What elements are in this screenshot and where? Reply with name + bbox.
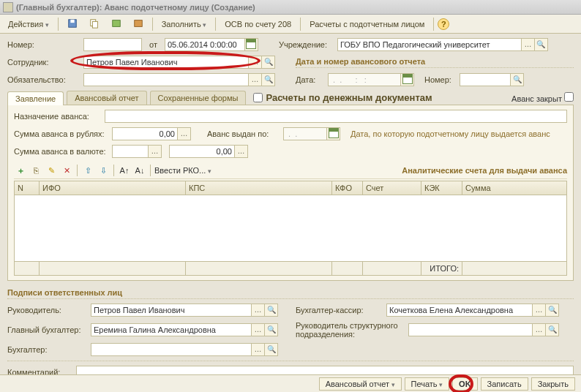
enter-rko-button[interactable]: Ввести РКО...: [154, 166, 211, 175]
col-kek[interactable]: КЭК: [421, 181, 462, 195]
liability-magnify-icon[interactable]: 🔍: [262, 73, 275, 86]
tabs: Заявление Авансовый отчет Сохраненные фо…: [7, 91, 574, 105]
employee-input[interactable]: [83, 56, 249, 69]
delete-row-icon[interactable]: ✕: [60, 164, 73, 177]
report-date-input[interactable]: [328, 73, 401, 86]
issued-label: Аванс выдан по:: [207, 129, 280, 138]
window-icon: [3, 2, 13, 12]
col-kfo[interactable]: КФО: [332, 181, 363, 195]
actions-menu[interactable]: Действия: [3, 18, 54, 31]
report-number-magnify-icon[interactable]: 🔍: [511, 73, 524, 86]
advance-closed: Аванс закрыт: [511, 91, 574, 105]
liability-label: Обязательство:: [7, 75, 80, 84]
employee-label: Сотрудник:: [7, 58, 80, 67]
help-icon[interactable]: ?: [438, 18, 449, 30]
currency-input[interactable]: [112, 145, 149, 158]
advance-closed-label: Аванс закрыт: [511, 94, 562, 103]
report-section-title: Дата и номер авансового отчета: [296, 57, 574, 68]
report-date-label: Дата:: [296, 75, 325, 84]
main-toolbar: Действия Заполнить ОСВ по счету 208 Расч…: [0, 15, 581, 34]
purpose-label: Назначение аванса:: [14, 112, 102, 121]
add-row-icon[interactable]: ＋: [14, 164, 27, 177]
org-ellipsis-icon[interactable]: …: [522, 38, 535, 51]
copy-row-icon[interactable]: ⎘: [29, 164, 42, 177]
acc-cash-input[interactable]: [386, 304, 533, 317]
print-button[interactable]: Печать: [405, 377, 450, 391]
accountant-ellipsis-icon[interactable]: …: [252, 343, 265, 356]
move-down-icon[interactable]: ⇩: [97, 164, 110, 177]
sum-rub-input[interactable]: [112, 127, 178, 140]
head-magnify-icon[interactable]: 🔍: [265, 304, 278, 317]
issued-calendar-icon[interactable]: [327, 127, 340, 140]
report-number-input[interactable]: [460, 73, 511, 86]
acc-cash-ellipsis-icon[interactable]: …: [533, 304, 546, 317]
col-kps[interactable]: КПС: [186, 181, 332, 195]
sum-rub-ellipsis-icon[interactable]: …: [178, 127, 191, 140]
number-input[interactable]: [83, 38, 142, 51]
sum-rub-label: Сумма аванса в рублях:: [14, 129, 109, 138]
form-body: Номер: от Учреждение: … 🔍 Сотрудник: … 🔍…: [0, 34, 581, 388]
employee-magnify-icon[interactable]: 🔍: [262, 56, 275, 69]
sum-cur-input[interactable]: [169, 145, 235, 158]
signers-title: Подписи ответственных лиц: [7, 288, 574, 299]
liability-ellipsis-icon[interactable]: …: [249, 73, 262, 86]
from-label: от: [149, 40, 157, 49]
save-icon[interactable]: [62, 16, 83, 32]
accountant-magnify-icon[interactable]: 🔍: [265, 343, 278, 356]
currency-ellipsis-icon[interactable]: …: [149, 145, 162, 158]
liability-input[interactable]: [83, 73, 249, 86]
tab-advance-report[interactable]: Авансовый отчет: [67, 91, 146, 105]
date-input[interactable]: [165, 38, 245, 51]
grid-header: N ИФО КПС КФО Счет КЭК Сумма: [15, 181, 566, 195]
save-button[interactable]: Записать: [481, 377, 528, 391]
chief-magnify-icon[interactable]: 🔍: [265, 323, 278, 336]
col-account[interactable]: Счет: [363, 181, 421, 195]
advance-report-button[interactable]: Авансовый отчет: [319, 377, 402, 391]
money-docs-checkbox[interactable]: [253, 93, 263, 102]
acc-cash-label: Бухгалтер-кассир:: [296, 306, 383, 314]
chief-input[interactable]: [91, 323, 252, 336]
advance-closed-checkbox[interactable]: [564, 92, 574, 102]
org-magnify-icon[interactable]: 🔍: [535, 38, 548, 51]
accountant-label: Бухгалтер:: [7, 345, 88, 354]
accountant-input[interactable]: [91, 343, 252, 356]
head-input[interactable]: [91, 304, 252, 317]
osv-button[interactable]: ОСВ по счету 208: [220, 18, 296, 31]
struct-head-magnify-icon[interactable]: 🔍: [546, 323, 559, 336]
col-ifo[interactable]: ИФО: [40, 181, 186, 195]
sort-desc-icon[interactable]: A↓: [133, 164, 146, 177]
money-docs-label: Расчеты по денежным документам: [266, 92, 432, 103]
ok-button[interactable]: OK: [452, 377, 478, 391]
issued-input[interactable]: [283, 127, 327, 140]
grid-body[interactable]: [15, 195, 566, 261]
edit-row-icon[interactable]: ✎: [45, 164, 58, 177]
struct-head-ellipsis-icon[interactable]: …: [533, 323, 546, 336]
fill-menu[interactable]: Заполнить: [157, 18, 212, 31]
chief-ellipsis-icon[interactable]: …: [252, 323, 265, 336]
move-up-icon[interactable]: ⇧: [81, 164, 94, 177]
sum-cur-label: Сумма аванса в валюте:: [14, 147, 109, 156]
purpose-input[interactable]: [105, 110, 567, 123]
employee-ellipsis-icon[interactable]: …: [249, 56, 262, 69]
head-ellipsis-icon[interactable]: …: [252, 304, 265, 317]
org-input[interactable]: [337, 38, 522, 51]
report-date-calendar-icon[interactable]: [401, 73, 414, 86]
tab-saved-forms[interactable]: Сохраненные формы: [150, 91, 247, 105]
total-label: ИТОГО:: [421, 262, 462, 275]
calc-button[interactable]: Расчеты с подотчетным лицом: [304, 18, 430, 31]
sort-asc-icon[interactable]: A↑: [118, 164, 131, 177]
col-n[interactable]: N: [15, 181, 40, 195]
close-button[interactable]: Закрыть: [531, 377, 575, 391]
grid: N ИФО КПС КФО Счет КЭК Сумма ИТОГО:: [14, 181, 567, 276]
struct-head-input[interactable]: [408, 323, 533, 336]
copy-icon[interactable]: [84, 16, 105, 32]
unpost-icon[interactable]: [128, 16, 149, 32]
bottom-bar: Авансовый отчет Печать OK Записать Закры…: [0, 374, 581, 392]
acc-cash-magnify-icon[interactable]: 🔍: [546, 304, 559, 317]
svg-rect-1: [70, 19, 74, 22]
date-calendar-icon[interactable]: [245, 38, 258, 51]
col-sum[interactable]: Сумма: [462, 181, 566, 195]
tab-application[interactable]: Заявление: [7, 91, 64, 105]
post-icon[interactable]: [106, 16, 127, 32]
sum-cur-ellipsis-icon[interactable]: …: [235, 145, 248, 158]
